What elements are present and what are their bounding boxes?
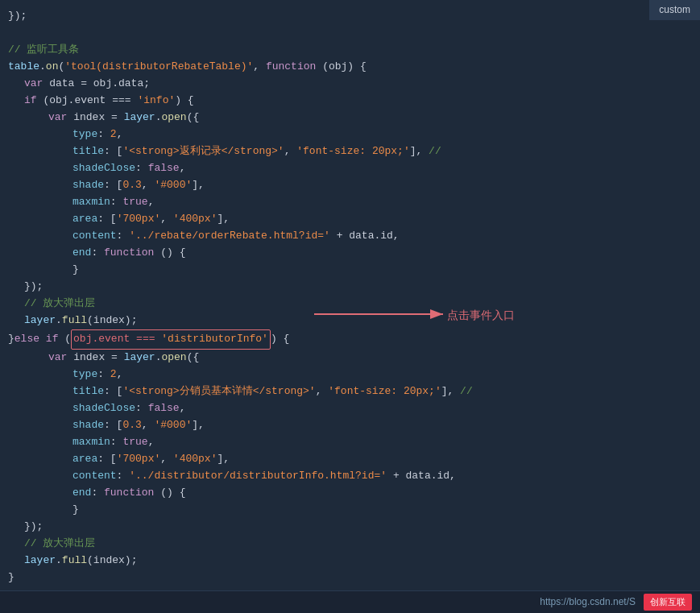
code-line: end: function () {: [0, 485, 700, 502]
code-line: shade: [0.3, '#000'],: [0, 177, 700, 194]
top-bar: custom: [649, 0, 700, 20]
code-line: shade: [0.3, '#000'],: [0, 417, 700, 434]
code-line-comment: // 放大弹出层: [0, 296, 700, 313]
bottom-badge: 创新互联: [644, 594, 692, 611]
code-line: if (obj.event === 'info') {: [0, 93, 700, 110]
code-line: }: [0, 502, 700, 519]
top-bar-label: custom: [659, 4, 690, 15]
code-line: maxmin: true,: [0, 434, 700, 451]
code-line: end: function () {: [0, 245, 700, 262]
bottom-url: https://blog.csdn.net/S: [540, 594, 636, 610]
code-line: type: 2,: [0, 367, 700, 383]
code-line-comment: // 监听工具条: [0, 42, 700, 59]
code-line: shadeClose: false,: [0, 160, 700, 177]
code-line: }: [0, 570, 700, 586]
code-line: title: ['<strong>返利记录</strong>', 'font-s…: [0, 143, 700, 160]
code-line-highlight: }else if (obj.event === 'distributorInfo…: [0, 329, 700, 350]
code-line: shadeClose: false,: [0, 400, 700, 417]
highlight-condition: obj.event === 'distributorInfo': [71, 329, 271, 350]
code-line-comment: // 放大弹出层: [0, 536, 700, 553]
code-line: title: ['<strong>分销员基本详情</strong>', 'fon…: [0, 383, 700, 400]
code-line: maxmin: true,: [0, 194, 700, 211]
code-line: });: [0, 519, 700, 536]
code-line: });: [0, 8, 700, 25]
code-editor: custom }); // 监听工具条 table.on('tool(distr…: [0, 0, 700, 613]
code-line: content: '../rebate/orderRebate.html?id=…: [0, 228, 700, 245]
code-line: area: ['700px', '400px'],: [0, 211, 700, 228]
code-line: table.on('tool(distributorRebateTable)',…: [0, 59, 700, 76]
code-line: var index = layer.open({: [0, 110, 700, 126]
code-line: });: [0, 279, 700, 296]
code-line: var data = obj.data;: [0, 76, 700, 93]
bottom-bar: https://blog.csdn.net/S 创新互联: [0, 590, 700, 613]
code-line: layer.full(index);: [0, 313, 700, 329]
code-line: }: [0, 262, 700, 279]
code-line: area: ['700px', '400px'],: [0, 451, 700, 468]
code-line: layer.full(index);: [0, 553, 700, 570]
code-line: content: '../distributor/distributorInfo…: [0, 468, 700, 485]
code-line: type: 2,: [0, 126, 700, 143]
code-line: [0, 25, 700, 42]
badge-text: 创新互联: [650, 595, 686, 610]
code-line: var index = layer.open({: [0, 350, 700, 367]
